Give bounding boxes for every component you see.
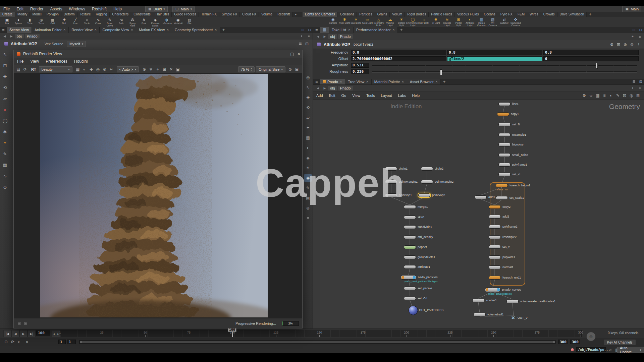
shelf-tool-null[interactable]: ✚Null bbox=[58, 17, 70, 27]
net-menu-add[interactable]: Add bbox=[313, 94, 326, 98]
clip-icon[interactable]: ✂ bbox=[108, 66, 115, 72]
step-back-icon[interactable]: ◀ bbox=[11, 330, 19, 337]
shelf-tab-pyro-fx[interactable]: Pyro FX bbox=[498, 12, 515, 17]
uv-icon[interactable]: ▤ bbox=[304, 194, 312, 202]
inspect-icon[interactable]: ◎ bbox=[95, 66, 101, 72]
layout-icon[interactable]: ⊞ bbox=[304, 41, 310, 47]
node-nado-particles[interactable] bbox=[401, 275, 416, 280]
shelf-tool-metaball[interactable]: ◉Metaball bbox=[172, 17, 184, 27]
translate-icon[interactable]: ✚ bbox=[304, 94, 312, 101]
shelf-tab-vellum[interactable]: Vellum bbox=[390, 12, 405, 17]
shelf-tab-grains[interactable]: Grains bbox=[375, 12, 390, 17]
desktop-switcher-right[interactable]: ▣ Main bbox=[622, 6, 641, 12]
shelf-tool-grid[interactable]: ▦Grid bbox=[47, 17, 58, 27]
shelf-tab-modify[interactable]: Modify bbox=[15, 12, 30, 17]
rotate-icon[interactable]: ⟲ bbox=[1, 83, 9, 92]
node-scatter1[interactable] bbox=[472, 299, 484, 302]
shelf-tool-camera[interactable]: ◉Camera bbox=[327, 17, 339, 26]
pane-tab-tree-view[interactable]: Tree View✕ bbox=[345, 79, 371, 84]
pane-menu-icon[interactable]: ≣ bbox=[0, 27, 7, 33]
snap2-icon[interactable]: ⊛ bbox=[304, 204, 312, 212]
net-menu-edit[interactable]: Edit bbox=[326, 94, 338, 98]
pane-split-icon[interactable]: ⊞ bbox=[631, 27, 637, 33]
pose-icon[interactable]: ✦ bbox=[304, 124, 312, 131]
close-tab-icon[interactable]: ✕ bbox=[401, 80, 404, 83]
close-tab-icon[interactable]: ✕ bbox=[94, 28, 97, 32]
node-resample2[interactable] bbox=[489, 235, 501, 239]
grid-icon[interactable]: ▦ bbox=[594, 93, 601, 99]
box-select-icon[interactable]: ⊡ bbox=[1, 61, 9, 69]
forward-icon[interactable]: ▶ bbox=[321, 34, 328, 40]
node-set-v[interactable] bbox=[489, 245, 501, 249]
scale-icon[interactable]: ▱ bbox=[1, 95, 9, 103]
shelf-tab-particles[interactable]: Particles bbox=[357, 12, 375, 17]
shelf-tool-circle[interactable]: ○Circle bbox=[81, 17, 93, 27]
close-tab-icon[interactable]: ✕ bbox=[348, 28, 351, 32]
pane-menu-icon[interactable]: ≡ bbox=[306, 33, 312, 39]
shelf-tool-environment-light[interactable]: ◯Environment Light bbox=[407, 17, 419, 26]
scale-icon[interactable]: ▱ bbox=[304, 114, 312, 121]
shelf-tab-polygon[interactable]: Polygon bbox=[44, 12, 61, 17]
node-add1[interactable] bbox=[475, 195, 487, 199]
node-volumetrail1[interactable] bbox=[474, 313, 486, 316]
jump-start-icon[interactable]: |◀ bbox=[3, 330, 11, 337]
shelf-tool-distant-light[interactable]: ☀Distant Light bbox=[396, 17, 407, 26]
lock-icon[interactable]: ⊛ bbox=[141, 66, 148, 72]
node-subdivide1[interactable] bbox=[404, 225, 416, 229]
rv-menu-view[interactable]: View bbox=[27, 59, 42, 64]
minimize-icon[interactable]: ─ bbox=[282, 51, 289, 57]
shelf-tool-spot-light[interactable]: ✲Spot Light bbox=[350, 17, 362, 26]
shelf-tab-lights-and-cameras[interactable]: Lights and Cameras bbox=[303, 12, 338, 17]
menu-edit[interactable]: Edit bbox=[13, 7, 27, 11]
add-pane-tab[interactable]: + bbox=[220, 27, 227, 33]
pin-icon[interactable]: ⌖ bbox=[629, 34, 636, 40]
node-add2[interactable] bbox=[489, 215, 501, 219]
close-tab-icon[interactable]: ✕ bbox=[166, 28, 169, 32]
shelf-tab-oceans[interactable]: Oceans bbox=[481, 12, 498, 17]
pane-split-icon[interactable]: ⊞ bbox=[631, 79, 637, 85]
shelf-tool-sphere[interactable]: ●Sphere bbox=[13, 17, 24, 27]
menu-help[interactable]: Help bbox=[110, 7, 125, 11]
close-tab-icon[interactable]: ✕ bbox=[63, 28, 66, 32]
add-pane-tab[interactable]: + bbox=[441, 79, 448, 84]
freeze-icon[interactable]: ❄ bbox=[148, 66, 154, 72]
more-icon[interactable]: ⋮ bbox=[635, 42, 642, 48]
current-node-path[interactable]: /obj/Pnado/po... bbox=[576, 347, 606, 352]
follow-button[interactable]: ⊛ bbox=[586, 332, 596, 341]
node-dtrl-density[interactable] bbox=[404, 235, 416, 239]
pane-menu-icon[interactable]: ≣ bbox=[313, 79, 320, 85]
target-icon[interactable]: ⌖ bbox=[154, 66, 161, 72]
pane-menu-icon[interactable]: ≡ bbox=[637, 85, 643, 91]
shelf-tool-platonic-solids[interactable]: ◈Platonic Solids bbox=[150, 17, 161, 27]
pane-maximize-icon[interactable]: ⊡ bbox=[637, 27, 644, 33]
node-pointwrangle2[interactable] bbox=[421, 180, 433, 184]
zoom-level-stepper[interactable]: 75 % ▴▾ bbox=[238, 66, 255, 72]
pane-maximize-icon[interactable]: ⊡ bbox=[306, 27, 313, 33]
rotate-icon[interactable]: ⟲ bbox=[304, 104, 312, 111]
swatch-icon[interactable]: ▦ bbox=[74, 66, 81, 72]
shelf-tab-hair-utils[interactable]: Hair Utils bbox=[153, 12, 172, 17]
current-frame-field[interactable]: 100 bbox=[36, 330, 50, 336]
rt-button[interactable]: RT bbox=[31, 67, 36, 71]
timeline-ruler[interactable]: 1255075100125150175200225250275300 bbox=[60, 330, 582, 337]
view-icon[interactable]: ◎ bbox=[304, 74, 312, 81]
pane-tab-material-palette[interactable]: Material Palette✕ bbox=[372, 79, 407, 84]
node-out-v[interactable]: ✕ bbox=[511, 315, 515, 320]
node-pointwrangle1[interactable] bbox=[385, 180, 397, 184]
shelf-tab-deform[interactable]: Deform bbox=[61, 12, 77, 17]
shelf-tool-gamepad-camera[interactable]: ✜Gamepad Camera bbox=[510, 17, 521, 26]
pane-split-icon[interactable]: ⊞ bbox=[300, 27, 306, 33]
pane-tab-animation-editor[interactable]: Animation Editor✕ bbox=[32, 27, 69, 33]
node-set-n[interactable] bbox=[498, 123, 511, 126]
node-line1[interactable] bbox=[498, 102, 511, 106]
global-range-start-field[interactable]: 1 bbox=[58, 340, 66, 344]
shelf-tab-simple-fx[interactable]: Simple FX bbox=[219, 12, 240, 17]
redshift-render-view-window[interactable]: Redshift Render View ─▢✕ FileViewPrefere… bbox=[13, 50, 303, 328]
snap-icon[interactable]: ● bbox=[1, 106, 9, 114]
color-icon[interactable]: ◐ bbox=[608, 93, 614, 99]
playback-range-end-field[interactable]: 300 bbox=[558, 340, 568, 344]
param-field-offset-0[interactable]: 2.7000000000000002 bbox=[351, 56, 446, 61]
shelf-tab-rigid-bodies[interactable]: Rigid Bodies bbox=[405, 12, 429, 17]
close-tab-icon[interactable]: ✕ bbox=[214, 28, 217, 32]
circle-tool-icon[interactable]: ◯ bbox=[1, 117, 9, 125]
